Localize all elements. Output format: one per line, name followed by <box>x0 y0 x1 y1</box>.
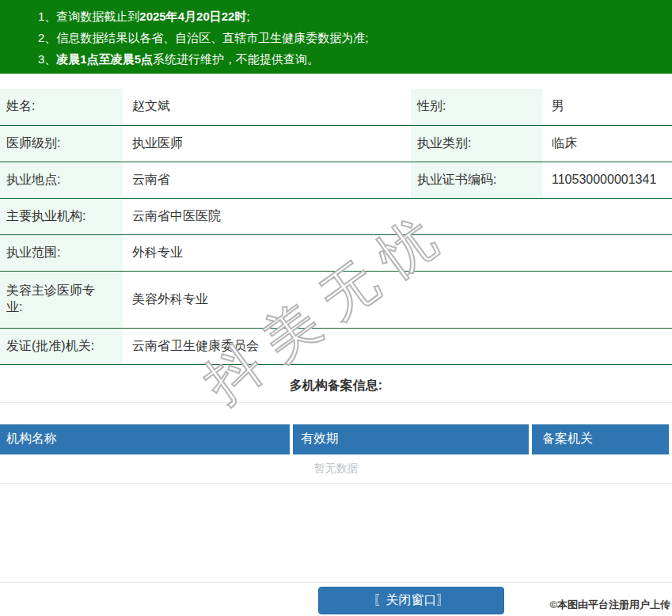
field-value-main-institution: 云南省中医医院 <box>123 198 672 234</box>
footer: 〖关闭窗口〗 ©本图由平台注册用户上传 <box>0 582 672 614</box>
spacer <box>0 484 672 582</box>
notice-banner: 1、查询数据截止到2025年4月20日22时; 2、信息数据结果以各省、自治区、… <box>0 0 672 74</box>
field-value-issuing-authority: 云南省卫生健康委员会 <box>123 328 672 364</box>
field-label-name: 姓名: <box>0 89 123 125</box>
uploader-caption: ©本图由平台注册用户上传 <box>549 598 670 612</box>
field-value-gender: 男 <box>542 89 672 125</box>
field-label-main-institution: 主要执业机构: <box>0 198 123 234</box>
close-window-button[interactable]: 〖关闭窗口〗 <box>318 587 504 614</box>
notice-line-3: 3、凌晨1点至凌晨5点系统进行维护，不能提供查询。 <box>38 48 672 70</box>
column-header-institution-name: 机构名称 <box>0 424 290 454</box>
table-row: 美容主诊医师专业: 美容外科专业 <box>0 271 672 328</box>
field-label-practice-location: 执业地点: <box>0 162 123 198</box>
field-label-practice-scope: 执业范围: <box>0 234 123 271</box>
column-header-filing-authority: 备案机关 <box>532 424 669 454</box>
empty-data-message: 暂无数据 <box>0 454 672 484</box>
field-label-doctor-level: 医师级别: <box>0 125 123 162</box>
column-header-validity-period: 有效期 <box>293 424 529 454</box>
table-row: 执业范围: 外科专业 <box>0 234 672 271</box>
field-label-gender: 性别: <box>411 89 542 125</box>
filing-section-title: 多机构备案信息: <box>0 365 672 403</box>
notice-line-1: 1、查询数据截止到2025年4月20日22时; <box>38 6 672 27</box>
table-row: 执业地点: 云南省 执业证书编码: 110530000001341 <box>0 162 672 198</box>
field-label-practice-type: 执业类别: <box>411 125 542 162</box>
filing-table-header: 机构名称 有效期 备案机关 <box>0 424 672 454</box>
field-value-doctor-level: 执业医师 <box>123 125 411 162</box>
field-value-certificate-no: 110530000001341 <box>542 162 672 198</box>
table-row: 主要执业机构: 云南省中医医院 <box>0 198 672 234</box>
field-value-cosmetic-specialty: 美容外科专业 <box>123 271 672 328</box>
notice-line-2: 2、信息数据结果以各省、自治区、直辖市卫生健康委数据为准; <box>38 27 672 48</box>
field-value-practice-type: 临床 <box>542 125 672 162</box>
field-label-cosmetic-specialty: 美容主诊医师专业: <box>0 271 123 328</box>
table-row: 医师级别: 执业医师 执业类别: 临床 <box>0 125 672 162</box>
field-label-certificate-no: 执业证书编码: <box>411 162 542 198</box>
field-value-practice-scope: 外科专业 <box>123 234 672 271</box>
table-row: 发证(批准)机关: 云南省卫生健康委员会 <box>0 328 672 364</box>
field-label-issuing-authority: 发证(批准)机关: <box>0 328 123 364</box>
field-value-name: 赵文斌 <box>123 89 411 125</box>
table-row: 姓名: 赵文斌 性别: 男 <box>0 89 672 125</box>
field-value-practice-location: 云南省 <box>123 162 411 198</box>
practitioner-details-table: 姓名: 赵文斌 性别: 男 医师级别: 执业医师 执业类别: 临床 执业地点: … <box>0 89 672 365</box>
